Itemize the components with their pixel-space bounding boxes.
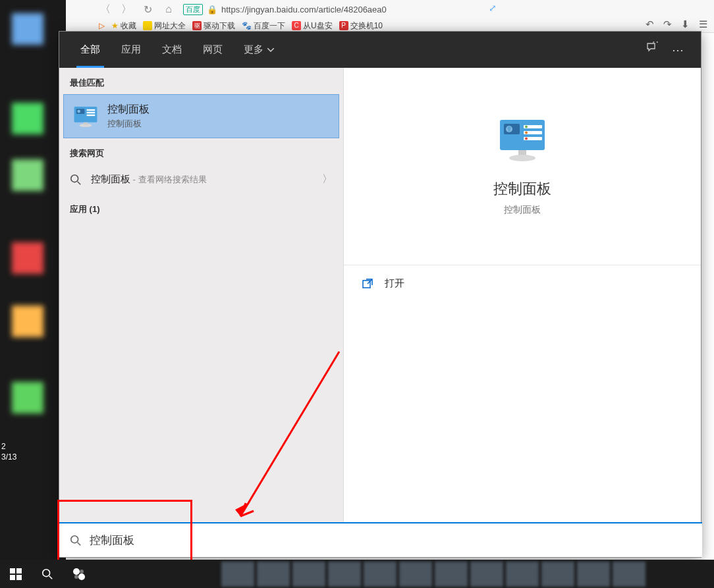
preview-subtitle: 控制面板 — [504, 204, 541, 216]
taskbar-app[interactable] — [541, 562, 574, 587]
taskbar-app[interactable] — [399, 562, 432, 587]
svg-point-8 — [71, 174, 78, 182]
svg-point-29 — [43, 569, 50, 576]
tab-all[interactable]: 全部 — [70, 32, 111, 68]
bookmark-sitenav[interactable]: 网址大全 — [143, 20, 186, 32]
desktop-icon[interactable] — [12, 382, 43, 414]
desktop-icon[interactable] — [12, 13, 43, 45]
taskbar-app[interactable] — [221, 562, 254, 587]
url-text: https://jingyan.baidu.com/article/48206a… — [221, 5, 387, 14]
sogou-icon — [72, 567, 86, 581]
lock-icon: 🔒 — [207, 5, 217, 14]
taskbar-app[interactable] — [292, 562, 325, 587]
desktop-icon[interactable] — [12, 242, 43, 274]
svg-line-24 — [78, 542, 81, 545]
web-search-item[interactable]: 控制面板 - 查看网络搜索结果 〉 — [59, 165, 343, 194]
redo-icon[interactable]: ↷ — [663, 18, 672, 30]
tab-more[interactable]: 更多 — [233, 32, 285, 68]
taskbar-app[interactable] — [613, 562, 645, 587]
apps-header: 应用 (1) — [59, 194, 343, 221]
taskbar — [0, 560, 714, 588]
search-icon — [70, 174, 82, 186]
back-icon[interactable]: 〈 — [99, 3, 112, 16]
svg-rect-28 — [16, 575, 22, 580]
desktop-icon[interactable] — [12, 159, 43, 191]
control-panel-icon — [497, 117, 547, 163]
taskbar-app-sogou[interactable] — [63, 560, 95, 588]
web-search-label: 控制面板 - 查看网络搜索结果 — [91, 173, 313, 186]
more-options-icon[interactable]: ⋯ — [672, 43, 684, 57]
windows-icon — [10, 568, 22, 580]
svg-rect-27 — [10, 575, 15, 580]
taskbar-app[interactable] — [328, 562, 361, 587]
best-match-header: 最佳匹配 — [59, 68, 343, 94]
svg-point-34 — [74, 575, 78, 579]
search-panel-body: 最佳匹配 控制面板 控制面板 搜索网页 — [59, 68, 701, 522]
svg-point-33 — [80, 570, 84, 574]
bookmark-favorites[interactable]: ★收藏 — [111, 20, 136, 32]
svg-rect-19 — [518, 150, 526, 155]
desktop-left-edge: 2 3/13 — [0, 0, 66, 560]
taskbar-app[interactable] — [506, 562, 539, 587]
forward-icon[interactable]: 〉 — [120, 3, 133, 16]
chevron-down-icon — [267, 48, 274, 52]
taskbar-app[interactable] — [435, 562, 468, 587]
search-input[interactable] — [90, 534, 692, 547]
search-icon — [70, 535, 82, 547]
tab-docs[interactable]: 文档 — [151, 32, 192, 68]
cert-badge: 百度 — [183, 4, 203, 15]
svg-point-32 — [78, 574, 85, 580]
results-column: 最佳匹配 控制面板 控制面板 搜索网页 — [59, 68, 344, 522]
desktop-icon[interactable] — [12, 306, 43, 337]
tab-web[interactable]: 网页 — [192, 32, 233, 68]
svg-rect-4 — [87, 111, 96, 113]
bookmark-baidu[interactable]: 🐾百度一下 — [242, 20, 285, 32]
bookmark-driver[interactable]: 驱驱动下载 — [192, 20, 235, 32]
taskbar-app[interactable] — [257, 562, 290, 587]
best-match-title: 控制面板 — [107, 103, 150, 117]
tab-apps[interactable]: 应用 — [111, 32, 151, 68]
desktop-date: 2 3/13 — [1, 441, 16, 462]
search-input-bar[interactable] — [59, 522, 702, 557]
svg-line-9 — [78, 181, 81, 184]
svg-rect-25 — [10, 568, 15, 574]
download-icon[interactable]: ⬇ — [681, 18, 690, 30]
taskbar-search-button[interactable] — [32, 560, 63, 588]
bookmark-switch[interactable]: P交换机10 — [339, 20, 383, 32]
desktop-icon[interactable] — [12, 103, 43, 134]
menu-icon[interactable]: ☰ — [699, 18, 707, 30]
chevron-right-icon: 〉 — [322, 173, 333, 186]
reload-icon[interactable]: ↻ — [141, 3, 154, 16]
search-tab-bar: 全部 应用 文档 网页 更多 ⋯ — [59, 32, 701, 68]
preview-header: 控制面板 控制面板 — [344, 68, 701, 265]
svg-point-18 — [525, 137, 528, 140]
open-action[interactable]: 打开 — [344, 265, 701, 302]
web-search-header: 搜索网页 — [59, 138, 343, 165]
feedback-icon[interactable] — [645, 41, 659, 58]
url-bar[interactable]: 百度 🔒 https://jingyan.baidu.com/article/4… — [183, 4, 387, 15]
preview-column: 控制面板 控制面板 打开 — [344, 68, 701, 522]
browser-right-controls: ↶ ↷ ⬇ ☰ — [645, 18, 707, 30]
bookmark-usb[interactable]: C从U盘安 — [292, 20, 333, 32]
svg-point-23 — [71, 535, 78, 543]
taskbar-app[interactable] — [470, 562, 503, 587]
open-icon — [362, 278, 374, 290]
svg-point-31 — [73, 568, 80, 575]
svg-point-20 — [509, 155, 536, 161]
maximize-icon[interactable]: ⤢ — [489, 3, 497, 13]
bookmark-expand-icon[interactable]: ▷ — [99, 21, 105, 30]
home-icon[interactable]: ⌂ — [162, 3, 175, 16]
undo-icon[interactable]: ↶ — [645, 18, 654, 30]
svg-line-30 — [49, 575, 53, 579]
open-action-label: 打开 — [385, 277, 404, 290]
taskbar-app[interactable] — [364, 562, 397, 587]
svg-point-16 — [525, 125, 528, 128]
best-match-item[interactable]: 控制面板 控制面板 — [63, 94, 339, 138]
preview-title: 控制面板 — [493, 179, 551, 199]
search-icon — [41, 568, 53, 580]
start-button[interactable] — [0, 560, 32, 588]
taskbar-app[interactable] — [577, 562, 610, 587]
windows-search-panel: 全部 应用 文档 网页 更多 ⋯ 最佳匹配 — [59, 31, 701, 558]
svg-rect-7 — [84, 122, 88, 124]
svg-point-2 — [77, 109, 80, 113]
